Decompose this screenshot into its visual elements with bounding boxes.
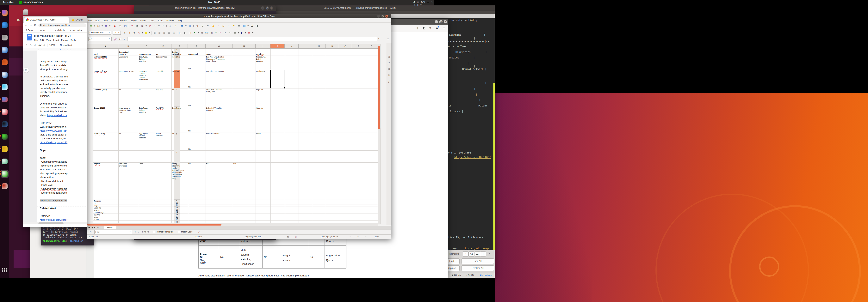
cell-A10[interactable]: D3 bbox=[93, 202, 118, 204]
cell-B4[interactable]: No bbox=[118, 88, 138, 107]
bookmark-Apps[interactable]: ⊞ Apps bbox=[26, 29, 33, 31]
regex-option-button[interactable]: .* bbox=[463, 251, 468, 257]
dd[interactable]: ▾ bbox=[245, 31, 246, 35]
percent-icon[interactable]: % bbox=[200, 31, 204, 35]
column-header-D[interactable]: D bbox=[155, 44, 172, 48]
cell-C1[interactable]: Data Patterns bbox=[138, 48, 155, 56]
indent-icon[interactable]: ⇥ bbox=[223, 31, 227, 35]
cell-F5[interactable]: No bbox=[188, 107, 206, 132]
minimize-icon[interactable]: – bbox=[261, 6, 265, 10]
sheet-nav-first-icon[interactable]: ⏮ bbox=[88, 227, 90, 229]
chevron-down-icon[interactable]: ▾ bbox=[421, 4, 422, 6]
maximize-icon[interactable]: ▢ bbox=[381, 15, 384, 18]
status-language[interactable]: English (Australia) bbox=[245, 235, 261, 238]
column-header-B[interactable]: B bbox=[118, 44, 138, 48]
cell-A5[interactable]: Draco (2019) bbox=[93, 107, 118, 132]
dd[interactable]: ▾ bbox=[145, 24, 147, 28]
sidebar-functions-icon[interactable]: ƒ bbox=[387, 79, 391, 83]
cell-A9[interactable]: Terapixel bbox=[93, 200, 118, 202]
cell-B6[interactable]: No bbox=[118, 132, 138, 150]
find-next-icon[interactable]: ∨ bbox=[138, 231, 139, 233]
match-case-checkbox[interactable]: Match Case bbox=[178, 231, 193, 233]
find-replace-icon[interactable]: ⌕ bbox=[198, 230, 200, 233]
chrome-hscrollbar[interactable] bbox=[23, 222, 87, 224]
sheet-canvas[interactable] bbox=[93, 48, 378, 224]
cell-D5[interactable]: RankSVM bbox=[155, 107, 172, 132]
system-tray[interactable]: ⇵▤24%⚌◠◄▮▾ bbox=[412, 1, 434, 6]
docs-title[interactable]: draft visualisation paper - lit v4 - bbox=[34, 34, 72, 37]
row-header-4[interactable]: 4 bbox=[174, 88, 180, 107]
dd[interactable]: ▾ bbox=[252, 31, 254, 35]
dd[interactable]: ▾ bbox=[185, 24, 187, 28]
calc-menu-view[interactable]: View bbox=[103, 19, 107, 23]
cell-A13[interactable]: Voyeger bbox=[93, 209, 118, 211]
column-header-Q[interactable]: Q bbox=[365, 44, 378, 48]
cell-A4[interactable]: Data2vis (2019) bbox=[93, 88, 118, 107]
close-icon[interactable]: ✕ bbox=[385, 15, 388, 18]
cell-F2[interactable]: No bbox=[188, 56, 206, 70]
bookmark-os[interactable]: ▰ os bbox=[40, 29, 45, 31]
back-icon[interactable]: ← bbox=[25, 24, 28, 27]
row-header-17[interactable]: 17 bbox=[174, 218, 180, 221]
dock-item-libreoffice-impress[interactable] bbox=[1, 46, 8, 54]
dock-item-terminal[interactable] bbox=[1, 133, 8, 140]
status-sum[interactable]: Average: ; Sum: 0 bbox=[321, 235, 338, 238]
dd[interactable]: ▾ bbox=[197, 31, 199, 35]
doc-text-link-line[interactable]: vision https://webaim.or bbox=[40, 114, 67, 117]
forward-icon[interactable]: → bbox=[29, 24, 32, 27]
find-prev-icon[interactable]: ∧ bbox=[134, 231, 136, 233]
undo-icon[interactable]: ↶ bbox=[153, 24, 157, 28]
menu-icon[interactable]: ☰ bbox=[443, 27, 445, 30]
dock-item-thunderbird[interactable] bbox=[1, 22, 8, 29]
calc-menu-tools[interactable]: Tools bbox=[158, 19, 163, 23]
grid-corner-box[interactable] bbox=[87, 44, 93, 48]
cell-D3[interactable]: Ensemble bbox=[155, 70, 172, 88]
status-zoom[interactable]: 90% bbox=[375, 235, 379, 238]
column-header-E[interactable]: E bbox=[172, 44, 188, 48]
calc-vscroll-thumb[interactable] bbox=[378, 46, 380, 129]
valign-bottom-icon[interactable]: ◰ bbox=[188, 31, 192, 35]
font-name-combobox[interactable]: Liberation San: bbox=[89, 31, 112, 35]
sidebar-styles-icon[interactable]: ⟐ bbox=[387, 61, 391, 64]
date-icon[interactable]: ▦ bbox=[210, 31, 214, 35]
browser-tab-inactive[interactable]: My Driv bbox=[70, 18, 87, 23]
docs-zoom-select[interactable]: 100% bbox=[49, 44, 55, 47]
align-center-icon[interactable]: ☰ bbox=[157, 31, 162, 35]
minimize-icon[interactable]: – bbox=[435, 20, 438, 24]
docs-menu-format[interactable]: Format bbox=[61, 39, 68, 41]
column-header-K[interactable]: K bbox=[285, 44, 299, 48]
cell-C8[interactable]: None bbox=[138, 162, 155, 200]
cell-I5[interactable]: Vega-lite bbox=[255, 107, 271, 132]
sidebar-navigator-icon[interactable]: ◎ bbox=[387, 73, 391, 77]
underline-icon[interactable]: a bbox=[132, 31, 136, 35]
align-right-icon[interactable]: ☰ bbox=[162, 31, 166, 35]
font-color-icon[interactable]: A bbox=[137, 31, 141, 35]
del-decimal-icon[interactable]: ⁻⁰ bbox=[218, 31, 221, 35]
bg-color-icon[interactable]: ◧ bbox=[240, 31, 244, 35]
sidebar-icon[interactable]: ◧ bbox=[423, 27, 426, 30]
cell-E4[interactable]: No bbox=[172, 88, 188, 107]
sort-asc-icon[interactable]: ⇈ bbox=[195, 24, 199, 28]
doc-text-link-line[interactable]: https://arxiv.org/abs/181 bbox=[40, 141, 67, 144]
headers-icon[interactable]: ▤ bbox=[237, 24, 241, 28]
outdent-icon[interactable]: ⇤ bbox=[228, 31, 232, 35]
docs-menu-insert[interactable]: Insert bbox=[53, 39, 59, 41]
cell-B5[interactable]: Importance ofcolumns, Tasktype bbox=[118, 107, 138, 132]
cell-G1[interactable]: Types bbox=[206, 48, 233, 56]
clone-formatting-icon[interactable]: ✐ bbox=[148, 24, 152, 28]
dd[interactable]: ▾ bbox=[149, 31, 151, 35]
calc-titlebar[interactable]: vis-tool-comparison-v4_further_simplifie… bbox=[87, 14, 391, 19]
zoom-slider[interactable]: − ———○——— + bbox=[349, 235, 366, 238]
font-size-dropdown-icon[interactable]: ▾ bbox=[118, 32, 120, 33]
formula-expand-icon[interactable]: ▾ bbox=[378, 38, 379, 40]
dock-item-libreoffice-calc[interactable] bbox=[1, 170, 8, 177]
row-header-1[interactable]: 1 bbox=[174, 48, 180, 56]
row-header-5[interactable]: 5 bbox=[174, 107, 180, 132]
indicator-sliders-icon[interactable]: ⚌ bbox=[427, 1, 429, 3]
row-header-12[interactable]: 12 bbox=[174, 207, 180, 209]
cell-F4[interactable]: No bbox=[188, 88, 206, 107]
activities-button[interactable]: Activities bbox=[3, 1, 13, 4]
github-icon[interactable]: ◉ GitHub bbox=[452, 274, 461, 276]
cell-E5[interactable]: Constraints bbox=[172, 107, 188, 132]
dock-item-zotero[interactable] bbox=[1, 108, 8, 115]
